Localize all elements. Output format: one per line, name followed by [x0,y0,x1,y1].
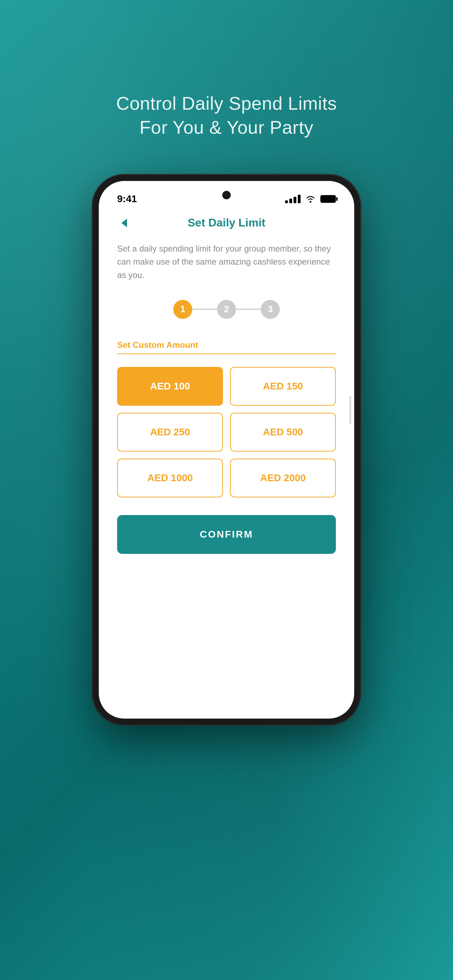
amount-option-0[interactable]: AED 100 [117,367,223,406]
step-line-1-2 [192,309,217,310]
headline-line2: For You & Your Party [140,117,314,138]
camera-dot [222,191,231,199]
step-1: 1 [173,300,192,319]
step-indicator: 1 2 3 [117,300,336,319]
scroll-indicator [349,396,351,425]
step-line-2-3 [236,309,261,310]
custom-amount-section: Set Custom Amount [117,340,336,354]
phone-screen: 9:41 [99,181,354,719]
status-icons [285,195,336,203]
amount-option-3[interactable]: AED 500 [230,413,336,452]
amount-option-1[interactable]: AED 150 [230,367,336,406]
custom-amount-underline [117,353,336,354]
page-headline: Control Daily Spend Limits For You & You… [116,92,337,139]
signal-icon [285,195,300,203]
battery-icon [320,195,336,203]
custom-amount-label: Set Custom Amount [117,340,336,350]
amount-options-grid: AED 100 AED 150 AED 250 AED 500 AED 1000 [117,367,336,497]
headline-line1: Control Daily Spend Limits [116,93,337,114]
amount-option-5[interactable]: AED 2000 [230,458,336,497]
screen-header: Set Daily Limit [117,216,336,229]
wifi-icon [305,195,315,203]
step-3: 3 [261,300,280,319]
app-content: Set Daily Limit Set a daily spending lim… [99,209,354,572]
back-chevron-icon [121,219,127,227]
status-time: 9:41 [117,193,137,205]
confirm-button[interactable]: CONFIRM [117,515,336,554]
back-button[interactable] [117,216,131,230]
amount-option-2[interactable]: AED 250 [117,413,223,452]
phone-body: 9:41 [92,175,361,725]
svg-point-0 [310,201,312,203]
screen-title: Set Daily Limit [188,216,265,229]
phone-mockup: 9:41 [92,175,361,725]
description-text: Set a daily spending limit for your grou… [117,242,336,282]
step-2: 2 [217,300,236,319]
amount-option-4[interactable]: AED 1000 [117,458,223,497]
